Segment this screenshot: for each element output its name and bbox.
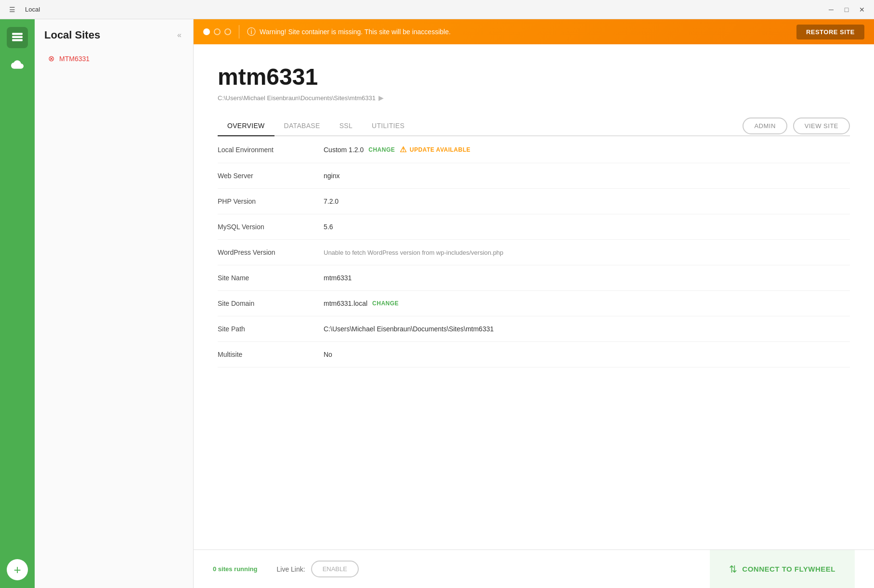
maximize-button[interactable]: □ xyxy=(840,3,853,16)
label-php: PHP Version xyxy=(218,197,324,205)
value-wordpress: Unable to fetch WordPress version from w… xyxy=(324,249,503,256)
flywheel-text: CONNECT TO FLYWHEEL xyxy=(742,565,835,573)
sitepath-value-text: C:\Users\Michael Eisenbraun\Documents\Si… xyxy=(324,325,494,333)
change-environment-button[interactable]: CHANGE xyxy=(368,146,395,153)
warning-banner: ⓘ Warning! Site container is missing. Th… xyxy=(194,19,874,44)
domain-value-text: mtm6331.local xyxy=(324,300,367,307)
svg-rect-2 xyxy=(12,39,23,41)
update-icon: ⚠ xyxy=(400,145,407,154)
sidebar-item-sites[interactable] xyxy=(7,27,28,48)
multisite-value-text: No xyxy=(324,351,332,358)
banner-dot-1 xyxy=(203,28,210,35)
update-available-badge: ⚠ UPDATE AVAILABLE xyxy=(400,145,470,154)
label-sitepath: Site Path xyxy=(218,325,324,333)
admin-button[interactable]: ADMIN xyxy=(743,118,787,134)
enable-live-link-button[interactable]: ENABLE xyxy=(311,561,359,577)
add-site-section: + xyxy=(7,559,28,580)
banner-dot-2 xyxy=(214,28,221,35)
title-bar-menu: ☰ Local xyxy=(6,3,40,16)
flywheel-icon: ⇅ xyxy=(729,563,737,575)
value-sitename: mtm6331 xyxy=(324,274,352,282)
site-title: mtm6331 xyxy=(218,64,850,90)
wordpress-value-text: Unable to fetch WordPress version from w… xyxy=(324,249,503,256)
sites-running: 0 sites running xyxy=(213,565,257,573)
bottom-bar: 0 sites running Live Link: ENABLE ⇅ CONN… xyxy=(194,549,874,588)
app-body: + Local Sites « ⊗ MTM6331 ⓘ Warning! Sit… xyxy=(0,19,874,588)
warning-icon: ⓘ xyxy=(247,26,256,38)
value-mysql: 5.6 xyxy=(324,223,333,231)
tab-utilities[interactable]: UTILITIES xyxy=(362,116,414,136)
info-row-php: PHP Version 7.2.0 xyxy=(218,189,850,214)
site-path: C:\Users\Michael Eisenbraun\Documents\Si… xyxy=(218,94,850,102)
tab-database[interactable]: DATABASE xyxy=(274,116,330,136)
sidebar-item-cloud[interactable] xyxy=(7,54,28,75)
value-php: 7.2.0 xyxy=(324,197,339,205)
info-row-multisite: Multisite No xyxy=(218,342,850,367)
label-environment: Local Environment xyxy=(218,146,324,154)
restore-site-button[interactable]: RESTORE SITE xyxy=(796,25,864,39)
sitename-value-text: mtm6331 xyxy=(324,274,352,282)
info-row-domain: Site Domain mtm6331.local CHANGE xyxy=(218,291,850,316)
update-available-text: UPDATE AVAILABLE xyxy=(410,146,470,153)
site-list-item[interactable]: ⊗ MTM6331 xyxy=(39,48,189,69)
info-row-webserver: Web Server nginx xyxy=(218,163,850,189)
add-site-button[interactable]: + xyxy=(7,559,28,580)
php-value-text: 7.2.0 xyxy=(324,197,339,205)
sites-panel-header: Local Sites « xyxy=(35,19,193,47)
info-row-environment: Local Environment Custom 1.2.0 CHANGE ⚠ … xyxy=(218,136,850,163)
window-controls: ─ □ ✕ xyxy=(825,3,868,16)
sites-panel: Local Sites « ⊗ MTM6331 xyxy=(35,19,194,588)
menu-button[interactable]: ☰ xyxy=(6,3,18,16)
info-row-sitename: Site Name mtm6331 xyxy=(218,265,850,291)
svg-rect-0 xyxy=(12,33,23,35)
mysql-value-text: 5.6 xyxy=(324,223,333,231)
title-bar: ☰ Local ─ □ ✕ xyxy=(0,0,874,19)
label-domain: Site Domain xyxy=(218,300,324,307)
app-title: Local xyxy=(25,6,40,13)
tab-ssl[interactable]: SSL xyxy=(330,116,362,136)
value-webserver: nginx xyxy=(324,172,339,180)
value-multisite: No xyxy=(324,351,332,358)
svg-rect-1 xyxy=(12,36,23,38)
change-domain-button[interactable]: CHANGE xyxy=(372,300,399,307)
banner-dot-3 xyxy=(224,28,231,35)
value-domain: mtm6331.local CHANGE xyxy=(324,300,399,307)
collapse-button[interactable]: « xyxy=(175,29,183,41)
live-link-section: Live Link: ENABLE xyxy=(276,561,358,577)
banner-divider xyxy=(239,25,239,39)
label-mysql: MySQL Version xyxy=(218,223,324,231)
close-button[interactable]: ✕ xyxy=(856,3,868,16)
green-sidebar: + xyxy=(0,19,35,588)
info-table: Local Environment Custom 1.2.0 CHANGE ⚠ … xyxy=(218,136,850,367)
site-path-text: C:\Users\Michael Eisenbraun\Documents\Si… xyxy=(218,94,376,102)
connect-flywheel-section[interactable]: ⇅ CONNECT TO FLYWHEEL xyxy=(710,550,855,588)
site-item-name: MTM6331 xyxy=(59,55,90,63)
webserver-value-text: nginx xyxy=(324,172,339,180)
label-webserver: Web Server xyxy=(218,172,324,180)
tabs-bar: OVERVIEW DATABASE SSL UTILITIES ADMIN VI… xyxy=(218,116,850,136)
value-sitepath: C:\Users\Michael Eisenbraun\Documents\Si… xyxy=(324,325,494,333)
info-row-wordpress: WordPress Version Unable to fetch WordPr… xyxy=(218,240,850,265)
live-link-label: Live Link: xyxy=(276,565,305,573)
label-multisite: Multisite xyxy=(218,351,324,358)
tab-actions: ADMIN VIEW SITE xyxy=(743,118,850,134)
main-content: ⓘ Warning! Site container is missing. Th… xyxy=(194,19,874,588)
info-row-mysql: MySQL Version 5.6 xyxy=(218,214,850,240)
site-error-icon: ⊗ xyxy=(48,54,54,63)
site-detail: mtm6331 C:\Users\Michael Eisenbraun\Docu… xyxy=(194,44,874,549)
banner-dots xyxy=(203,28,231,35)
info-row-sitepath: Site Path C:\Users\Michael Eisenbraun\Do… xyxy=(218,316,850,342)
view-site-button[interactable]: VIEW SITE xyxy=(793,118,850,134)
label-wordpress: WordPress Version xyxy=(218,248,324,256)
sites-panel-title: Local Sites xyxy=(44,29,100,41)
minimize-button[interactable]: ─ xyxy=(825,3,837,16)
value-environment: Custom 1.2.0 CHANGE ⚠ UPDATE AVAILABLE xyxy=(324,145,470,154)
tab-overview[interactable]: OVERVIEW xyxy=(218,116,274,136)
environment-value-text: Custom 1.2.0 xyxy=(324,146,364,154)
path-arrow-icon: ▶ xyxy=(378,94,384,102)
sites-running-count: 0 xyxy=(213,565,216,573)
warning-text: Warning! Site container is missing. This… xyxy=(260,28,796,36)
label-sitename: Site Name xyxy=(218,274,324,282)
